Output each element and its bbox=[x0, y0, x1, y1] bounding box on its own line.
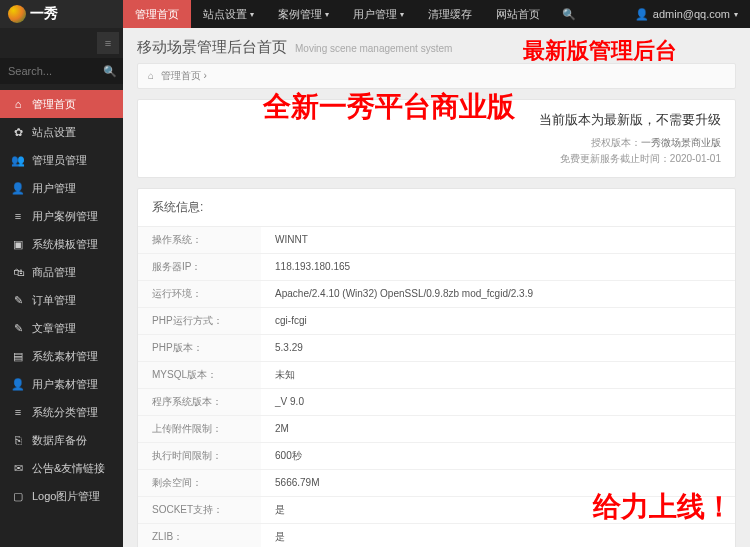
menu-label: 商品管理 bbox=[32, 265, 76, 280]
user-icon: 👤 bbox=[635, 8, 649, 21]
sysinfo-panel: 系统信息: 操作系统：WINNT服务器IP：118.193.180.165运行环… bbox=[137, 188, 736, 547]
search-icon[interactable]: 🔍 bbox=[552, 8, 586, 21]
table-row: 剩余空间：5666.79M bbox=[138, 469, 735, 496]
info-key: ZLIB： bbox=[138, 523, 261, 547]
table-row: PHP版本：5.3.29 bbox=[138, 334, 735, 361]
menu-label: 管理员管理 bbox=[32, 153, 87, 168]
info-value: 600秒 bbox=[261, 442, 735, 469]
table-row: 运行环境：Apache/2.4.10 (Win32) OpenSSL/0.9.8… bbox=[138, 280, 735, 307]
topnav-item[interactable]: 站点设置▾ bbox=[191, 0, 266, 28]
main-content: 移动场景管理后台首页 Moving scene management syste… bbox=[123, 28, 750, 547]
info-key: SOCKET支持： bbox=[138, 496, 261, 523]
menu-icon: 👥 bbox=[10, 154, 26, 167]
menu-label: 订单管理 bbox=[32, 293, 76, 308]
home-icon: ⌂ bbox=[148, 70, 154, 81]
menu-label: Logo图片管理 bbox=[32, 489, 100, 504]
sidebar-item[interactable]: ✉公告&友情链接 bbox=[0, 454, 123, 482]
menu-icon: ✎ bbox=[10, 322, 26, 335]
sidebar-item[interactable]: ✎文章管理 bbox=[0, 314, 123, 342]
menu-label: 公告&友情链接 bbox=[32, 461, 105, 476]
sidebar-item[interactable]: ≡用户案例管理 bbox=[0, 202, 123, 230]
info-value: _V 9.0 bbox=[261, 388, 735, 415]
info-key: MYSQL版本： bbox=[138, 361, 261, 388]
info-value: Apache/2.4.10 (Win32) OpenSSL/0.9.8zb mo… bbox=[261, 280, 735, 307]
table-row: SOCKET支持：是 bbox=[138, 496, 735, 523]
topnav-item[interactable]: 案例管理▾ bbox=[266, 0, 341, 28]
page-subtitle: Moving scene management system bbox=[295, 43, 452, 54]
menu-icon: 👤 bbox=[10, 378, 26, 391]
user-email: admin@qq.com bbox=[653, 8, 730, 20]
chevron-down-icon: ▾ bbox=[400, 10, 404, 19]
info-key: PHP版本： bbox=[138, 334, 261, 361]
info-value: 5666.79M bbox=[261, 469, 735, 496]
info-value: 未知 bbox=[261, 361, 735, 388]
search-input[interactable] bbox=[0, 65, 97, 77]
menu-icon: ≡ bbox=[10, 210, 26, 222]
sidebar-item[interactable]: ▢Logo图片管理 bbox=[0, 482, 123, 510]
menu-icon: ▣ bbox=[10, 238, 26, 251]
top-bar: 一秀 管理首页站点设置▾案例管理▾用户管理▾清理缓存网站首页 🔍 👤 admin… bbox=[0, 0, 750, 28]
sidebar-item[interactable]: 🛍商品管理 bbox=[0, 258, 123, 286]
info-value: 118.193.180.165 bbox=[261, 253, 735, 280]
menu-label: 系统素材管理 bbox=[32, 349, 98, 364]
topnav-item[interactable]: 清理缓存 bbox=[416, 0, 484, 28]
sidebar-item[interactable]: ✎订单管理 bbox=[0, 286, 123, 314]
version-status: 当前版本为最新版，不需要升级 bbox=[539, 110, 721, 131]
sidebar-item[interactable]: 👤用户管理 bbox=[0, 174, 123, 202]
menu-icon: ▤ bbox=[10, 350, 26, 363]
logo-icon bbox=[8, 5, 26, 23]
top-nav: 管理首页站点设置▾案例管理▾用户管理▾清理缓存网站首页 bbox=[123, 0, 552, 28]
table-row: 程序系统版本：_V 9.0 bbox=[138, 388, 735, 415]
sidebar-item[interactable]: ✿站点设置 bbox=[0, 118, 123, 146]
table-row: 执行时间限制：600秒 bbox=[138, 442, 735, 469]
info-key: 剩余空间： bbox=[138, 469, 261, 496]
breadcrumb-text: 管理首页 › bbox=[161, 70, 207, 81]
table-row: PHP运行方式：cgi-fcgi bbox=[138, 307, 735, 334]
sidebar-search: 🔍 bbox=[0, 58, 123, 84]
sidebar-item[interactable]: 👥管理员管理 bbox=[0, 146, 123, 174]
sidebar-item[interactable]: 👤用户素材管理 bbox=[0, 370, 123, 398]
info-value: 5.3.29 bbox=[261, 334, 735, 361]
sidebar-item[interactable]: ⌂管理首页 bbox=[0, 90, 123, 118]
version-panel: 当前版本为最新版，不需要升级 授权版本：一秀微场景商业版 免费更新服务截止时间：… bbox=[137, 99, 736, 178]
sidebar-menu: ⌂管理首页✿站点设置👥管理员管理👤用户管理≡用户案例管理▣系统模板管理🛍商品管理… bbox=[0, 90, 123, 510]
menu-label: 数据库备份 bbox=[32, 433, 87, 448]
version-expire: 免费更新服务截止时间：2020-01-01 bbox=[539, 151, 721, 167]
collapse-button[interactable]: ≡ bbox=[97, 32, 119, 54]
info-key: PHP运行方式： bbox=[138, 307, 261, 334]
search-button[interactable]: 🔍 bbox=[97, 65, 123, 78]
sidebar-item[interactable]: ▣系统模板管理 bbox=[0, 230, 123, 258]
info-value: 是 bbox=[261, 496, 735, 523]
user-menu[interactable]: 👤 admin@qq.com ▾ bbox=[635, 8, 750, 21]
logo[interactable]: 一秀 bbox=[0, 0, 123, 28]
sidebar-item[interactable]: ▤系统素材管理 bbox=[0, 342, 123, 370]
page-title: 移动场景管理后台首页 bbox=[137, 38, 287, 57]
chevron-down-icon: ▾ bbox=[250, 10, 254, 19]
topnav-item[interactable]: 网站首页 bbox=[484, 0, 552, 28]
menu-icon: ▢ bbox=[10, 490, 26, 503]
info-value: 是 bbox=[261, 523, 735, 547]
menu-label: 用户管理 bbox=[32, 181, 76, 196]
breadcrumb: ⌂ 管理首页 › bbox=[137, 63, 736, 89]
sidebar: ≡ 🔍 ⌂管理首页✿站点设置👥管理员管理👤用户管理≡用户案例管理▣系统模板管理🛍… bbox=[0, 28, 123, 547]
menu-label: 管理首页 bbox=[32, 97, 76, 112]
menu-label: 系统分类管理 bbox=[32, 405, 98, 420]
info-key: 操作系统： bbox=[138, 227, 261, 254]
info-key: 运行环境： bbox=[138, 280, 261, 307]
table-row: MYSQL版本：未知 bbox=[138, 361, 735, 388]
table-row: 操作系统：WINNT bbox=[138, 227, 735, 254]
topnav-item[interactable]: 用户管理▾ bbox=[341, 0, 416, 28]
info-value: cgi-fcgi bbox=[261, 307, 735, 334]
sysinfo-title: 系统信息: bbox=[138, 189, 735, 227]
table-row: 服务器IP：118.193.180.165 bbox=[138, 253, 735, 280]
menu-icon: ⌂ bbox=[10, 98, 26, 110]
menu-label: 文章管理 bbox=[32, 321, 76, 336]
sidebar-item[interactable]: ⎘数据库备份 bbox=[0, 426, 123, 454]
page-header: 移动场景管理后台首页 Moving scene management syste… bbox=[123, 28, 750, 63]
info-key: 上传附件限制： bbox=[138, 415, 261, 442]
logo-text: 一秀 bbox=[30, 5, 58, 23]
topnav-item[interactable]: 管理首页 bbox=[123, 0, 191, 28]
menu-icon: ≡ bbox=[10, 406, 26, 418]
sidebar-item[interactable]: ≡系统分类管理 bbox=[0, 398, 123, 426]
menu-icon: 👤 bbox=[10, 182, 26, 195]
